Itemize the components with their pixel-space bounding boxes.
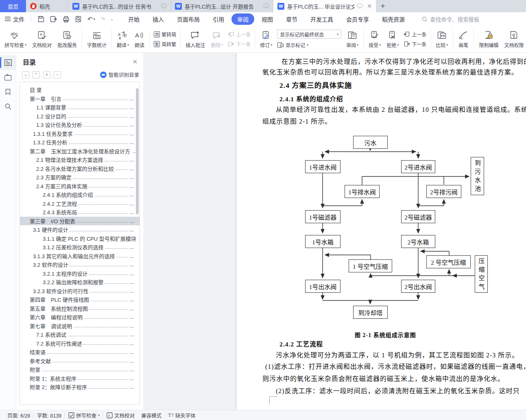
- toc-item[interactable]: 1.3 设计任务及分析...: [20, 120, 140, 129]
- tab-home[interactable]: 首页: [0, 0, 26, 12]
- tab-doc-lunwen-active[interactable]: W 基于PLC的玉... 毕业设计论文 ✕: [273, 0, 376, 12]
- toc-item[interactable]: 第五章 系统控制流程图...: [20, 304, 140, 313]
- toc-item[interactable]: 第一章 引言...: [20, 94, 140, 103]
- menu-tab-开发工具[interactable]: 开发工具: [305, 13, 339, 25]
- correction-service-button[interactable]: 批改服务: [55, 30, 80, 48]
- status-spell-check[interactable]: 拼写检查▾: [65, 411, 103, 419]
- simp-to-trad-button[interactable]: 繁简转繁: [154, 41, 176, 48]
- toc-item[interactable]: 2.3 方案的确定...: [20, 173, 140, 182]
- menu-tab-引用[interactable]: 引用: [207, 13, 230, 25]
- word-count-indicator[interactable]: 字数: 8139: [34, 411, 65, 419]
- toc-item[interactable]: 3.2.1 主程序的设计...: [20, 269, 140, 278]
- document-page[interactable]: 在方案三中的污水处理后，污水不仅得到了净化还可以回收再利用，净化后得到的 氧化玉…: [237, 53, 526, 410]
- toc-item[interactable]: 第七章 调试说明...: [20, 322, 140, 331]
- file-menu-button[interactable]: 文件: [4, 15, 28, 23]
- track-changes-button[interactable]: 修订▾: [257, 30, 275, 48]
- delete-comment-button-disabled[interactable]: 删除▾: [208, 30, 226, 48]
- tab-doc-renwushu[interactable]: W 基于PLC的玉...的设计 任务书: [68, 0, 171, 12]
- rail-outline-button[interactable]: [0, 70, 16, 85]
- toc-item[interactable]: 附录 2：故障诊断子程序...: [20, 383, 140, 392]
- screen-share-icon[interactable]: [357, 4, 362, 9]
- toc-item[interactable]: 参考文献...: [20, 357, 140, 366]
- accept-button[interactable]: 接受▾: [366, 30, 384, 48]
- close-panel-icon[interactable]: ✕: [132, 58, 138, 65]
- review-dropdown-button[interactable]: 审阅▾: [343, 30, 361, 48]
- tab-doc-kaitibaogao[interactable]: W 基于PLC的玉...设计 开题报告: [171, 0, 273, 12]
- toc-item[interactable]: 第三章 I/O 分配表...: [20, 217, 140, 226]
- collapse-down-button[interactable]: ⌄: [22, 71, 29, 78]
- next-comment-button-disabled[interactable]: 下一条: [228, 41, 251, 48]
- expand-all-button[interactable]: +: [43, 71, 50, 78]
- read-aloud-button[interactable]: A 朗读: [132, 30, 147, 48]
- next-change-button[interactable]: 下一条: [404, 41, 426, 48]
- show-markup-button[interactable]: 显示标记▾: [277, 41, 341, 48]
- translate-button[interactable]: a中 翻译▾: [114, 30, 132, 48]
- toc-item[interactable]: 1.1 课题背景...: [20, 103, 140, 112]
- prev-comment-button-disabled[interactable]: 上一条: [228, 31, 251, 38]
- toc-item[interactable]: 3.2.2 输出故障检测和报警...: [20, 278, 140, 287]
- command-search[interactable]: 查找命令、搜索模板: [422, 15, 480, 23]
- word-count-button[interactable]: 字数统计: [84, 30, 109, 48]
- ink-brush-button[interactable]: 画笔: [455, 30, 471, 48]
- reject-button[interactable]: 拒绝▾: [384, 30, 402, 48]
- new-tab-button[interactable]: +: [376, 0, 390, 12]
- collapse-up-button[interactable]: ⌃: [33, 71, 40, 78]
- trad-to-simp-button[interactable]: 简繁转简: [154, 31, 176, 38]
- close-tab-icon[interactable]: ✕: [367, 3, 372, 9]
- insert-comment-button[interactable]: 插入批注: [183, 30, 208, 48]
- save-button[interactable]: [37, 16, 44, 22]
- tab-docer[interactable]: 稻壳: [26, 0, 68, 12]
- toc-item[interactable]: 目 录: [20, 85, 140, 94]
- toc-item[interactable]: 3.1 硬件的设计...: [20, 225, 140, 234]
- toc-item[interactable]: 1.3.2 任务分析...: [20, 138, 140, 147]
- toc-item[interactable]: 第四章 PLC 硬件接线图...: [20, 295, 140, 304]
- menu-tab-视图[interactable]: 视图: [256, 13, 279, 25]
- status-compat-mode[interactable]: 兼容模式: [138, 411, 165, 419]
- status-missing-font[interactable]: T? 缺失字体: [165, 411, 199, 419]
- menu-tab-插入[interactable]: 插入: [147, 13, 170, 25]
- toc-item[interactable]: 结束语...: [20, 348, 140, 357]
- toc-item[interactable]: 2.2 各污水处理方案的分析和比较...: [20, 164, 140, 173]
- toc-item[interactable]: 3.2.3 软件设计的可行性...: [20, 287, 140, 296]
- chevron-down-icon[interactable]: ⌄: [110, 17, 113, 21]
- toc-item[interactable]: 7.1 系统调试...: [20, 330, 140, 339]
- toc-item[interactable]: 附录...: [20, 365, 140, 374]
- undo-button[interactable]: ↶▾: [87, 15, 95, 23]
- menu-tab-页面布局[interactable]: 页面布局: [171, 13, 205, 25]
- toc-item[interactable]: 3.1.3 其它的输入和输出元件的选择...: [20, 252, 140, 261]
- output-button[interactable]: [50, 16, 57, 22]
- spell-check-button[interactable]: abc 拼写检查▾: [2, 30, 29, 48]
- toc-item[interactable]: 3.1.2 压差检测仪表的选择...: [20, 243, 140, 252]
- toc-item[interactable]: 1.2 设计目的...: [20, 112, 140, 121]
- toc-item[interactable]: 1.3.1 任务及要求...: [20, 129, 140, 138]
- doc-permission-button[interactable]: 文档权限: [501, 30, 526, 48]
- doc-proofread-button[interactable]: a- 文档校对: [29, 30, 55, 48]
- toc-item[interactable]: 2.4.2 工艺流程...: [20, 199, 140, 208]
- menu-tab-章节[interactable]: 章节: [280, 13, 303, 25]
- restrict-editing-button[interactable]: 限制编辑: [476, 30, 501, 48]
- menu-tab-开始[interactable]: 开始: [122, 13, 145, 25]
- rail-search-button[interactable]: [0, 99, 16, 114]
- toc-item[interactable]: 2.1 物理法处理技术方案选择...: [20, 155, 140, 164]
- menu-tab-稻壳资源[interactable]: 稻壳资源: [376, 13, 410, 25]
- compare-button[interactable]: 比较▾: [433, 30, 451, 48]
- prev-change-button[interactable]: 上一条: [404, 31, 426, 38]
- menu-tab-审阅[interactable]: 审阅: [231, 13, 254, 25]
- screen-share-icon[interactable]: [161, 4, 166, 9]
- print-button[interactable]: [63, 16, 70, 22]
- rail-bookmark-button[interactable]: [0, 85, 16, 99]
- smart-toc-button[interactable]: 智能识别目录: [100, 71, 139, 78]
- toc-item[interactable]: 3.2 软件的设计...: [20, 260, 140, 269]
- rail-toc-button[interactable]: [0, 55, 16, 70]
- markup-state-dropdown[interactable]: 显示标记的最终状态▾: [277, 30, 341, 39]
- redo-button-disabled[interactable]: ↷: [100, 15, 105, 23]
- toc-item[interactable]: 附录 1：系统主程序...: [20, 374, 140, 383]
- print-preview-button[interactable]: [75, 16, 82, 22]
- toc-item[interactable]: 第六章 编程过程说明...: [20, 313, 140, 322]
- menu-tab-会员专享[interactable]: 会员专享: [340, 13, 375, 25]
- toc-item[interactable]: 3.1.1 确定 PLC 的 CPU 型号和扩展模块...: [20, 234, 140, 243]
- toc-item[interactable]: 2.4.1 系统的组成介绍...: [20, 190, 140, 199]
- collapse-all-button[interactable]: −: [54, 71, 61, 78]
- status-doc-proofread[interactable]: x 文档校对: [103, 411, 138, 419]
- toc-item[interactable]: 7.2 系统可行性阐述...: [20, 339, 140, 348]
